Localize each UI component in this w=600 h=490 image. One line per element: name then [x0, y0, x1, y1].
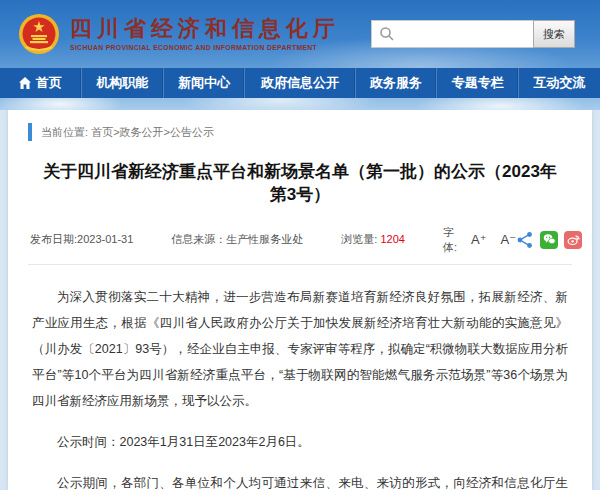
- content-card: 当前位置: 首页>政务公开>公告公示 关于四川省新经济重点平台和新场景名单（第一…: [8, 110, 592, 490]
- font-size-label: 字体:: [443, 225, 457, 255]
- article-paragraph: 公示期间，各部门、各单位和个人均可通过来信、来电、来访的形式，向经济和信息化厅生…: [32, 470, 568, 490]
- article-meta: 发布日期:2023-01-31 信息来源：生产性服务业处 浏览量: 1204 字…: [8, 225, 592, 255]
- view-count: 浏览量: 1204: [341, 232, 405, 247]
- nav-item-interaction[interactable]: 互动交流: [519, 68, 600, 98]
- search-icon: [379, 26, 395, 42]
- nav-item-services[interactable]: 政务服务: [356, 68, 438, 98]
- nav-item-label: 政府信息公开: [261, 74, 339, 92]
- nav-item-functions[interactable]: 机构职能: [82, 68, 164, 98]
- nav-item-label: 专题专栏: [452, 74, 504, 92]
- view-count-number: 1204: [380, 233, 404, 245]
- share-buttons: [516, 231, 582, 249]
- breadcrumb-accent-bar: [28, 123, 32, 141]
- article-body: 为深入贯彻落实二十大精神，进一步营造布局新赛道培育新经济良好氛围，拓展新经济、新…: [8, 265, 592, 490]
- font-increase-button[interactable]: A⁺: [471, 232, 487, 247]
- publish-date: 发布日期:2023-01-31: [30, 232, 133, 247]
- site-title: 四川省经济和信息化厅: [70, 17, 340, 41]
- nav-item-topics[interactable]: 专题专栏: [437, 68, 519, 98]
- article-paragraph: 公示时间：2023年1月31日至2023年2月6日。: [32, 429, 568, 455]
- breadcrumb-label: 当前位置:: [41, 126, 88, 138]
- nav-item-label: 政务服务: [370, 74, 422, 92]
- search-button[interactable]: 搜索: [533, 20, 575, 48]
- main-nav: 首页 机构职能 新闻中心 政府信息公开 政务服务 专题专栏 互动交流: [0, 68, 600, 98]
- search-input[interactable]: [371, 20, 533, 48]
- home-icon: [19, 77, 31, 89]
- nav-item-label: 机构职能: [96, 74, 148, 92]
- nav-item-gov-info[interactable]: 政府信息公开: [245, 68, 355, 98]
- site-subtitle: SICHUAN PROVINCIAL ECONOMIC AND INFORMAT…: [70, 44, 340, 51]
- nav-item-label: 首页: [36, 74, 62, 92]
- page-title: 关于四川省新经济重点平台和新场景名单（第一批）的公示（2023年第3号）: [38, 161, 562, 207]
- nav-item-home[interactable]: 首页: [0, 68, 82, 98]
- site-header: 四川省经济和信息化厅 SICHUAN PROVINCIAL ECONOMIC A…: [0, 0, 600, 110]
- share-icon[interactable]: [516, 231, 534, 249]
- nav-item-label: 互动交流: [534, 74, 586, 92]
- weibo-icon[interactable]: [564, 231, 582, 249]
- site-logo[interactable]: 四川省经济和信息化厅 SICHUAN PROVINCIAL ECONOMIC A…: [18, 13, 340, 55]
- article-paragraph: 为深入贯彻落实二十大精神，进一步营造布局新赛道培育新经济良好氛围，拓展新经济、新…: [32, 284, 568, 414]
- breadcrumb-path[interactable]: 首页>政务公开>公告公示: [91, 126, 214, 138]
- font-size-controls: 字体: A⁺ A⁻: [443, 225, 516, 255]
- site-search: 搜索: [371, 20, 575, 48]
- breadcrumb: 当前位置: 首页>政务公开>公告公示: [28, 123, 592, 141]
- info-source: 信息来源：生产性服务业处: [171, 232, 303, 247]
- nav-item-news[interactable]: 新闻中心: [164, 68, 246, 98]
- nav-item-label: 新闻中心: [178, 74, 230, 92]
- wechat-icon[interactable]: [540, 231, 558, 249]
- font-decrease-button[interactable]: A⁻: [501, 232, 517, 247]
- national-emblem-icon: [18, 13, 60, 55]
